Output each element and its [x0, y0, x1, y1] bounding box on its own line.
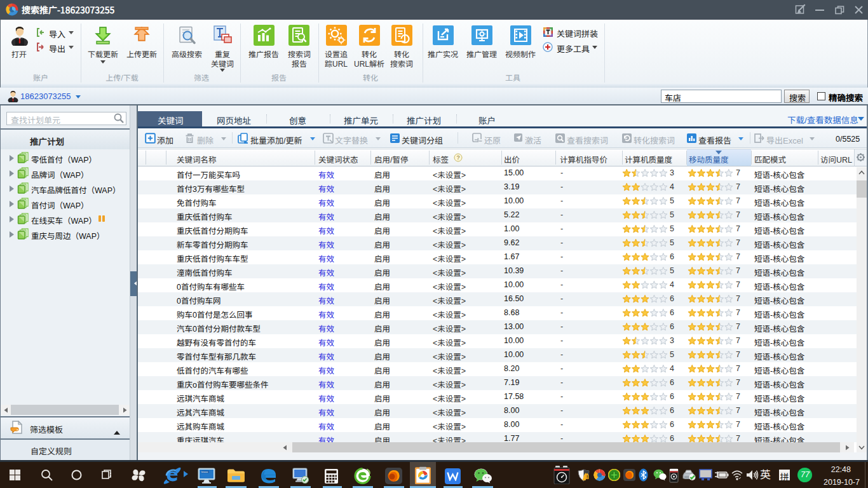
svg-text:lenovo: lenovo — [201, 471, 208, 473]
svg-text:!: ! — [587, 475, 588, 479]
svg-text:?: ? — [456, 154, 459, 161]
